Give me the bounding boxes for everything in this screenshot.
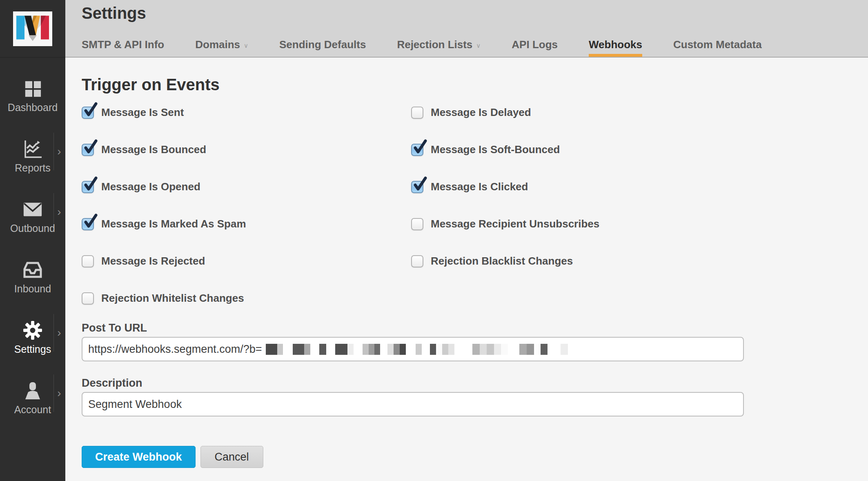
checkmark-icon [83,102,98,118]
dashboard-grid-icon [23,79,42,98]
redacted-url-blocks [263,344,568,355]
redacted-block [436,344,442,355]
redacted-block [430,344,436,355]
mandrill-logo[interactable] [13,11,52,46]
tab-api-logs[interactable]: API Logs [512,38,558,57]
description-input[interactable] [82,392,744,416]
tab-smtp-api-info[interactable]: SMTP & API Info [82,38,164,57]
event-checkbox-row[interactable]: Message Is Delayed [411,94,599,131]
checkbox[interactable] [411,144,423,156]
event-label: Rejection Whitelist Changes [101,292,244,305]
redacted-block [541,344,548,355]
event-checkbox-row[interactable]: Message Is Rejected [82,243,411,280]
event-checkbox-row[interactable]: Message Is Sent [82,94,411,131]
sidebar-item-label: Inbound [14,283,51,295]
checkbox[interactable] [82,255,94,267]
chevron-right-icon[interactable]: › [57,206,61,218]
redacted-block [374,344,380,355]
sidebar-item-label: Outbound [10,223,55,234]
checkbox[interactable] [82,218,94,230]
checkmark-icon [83,176,98,193]
cancel-button[interactable]: Cancel [200,446,263,468]
redacted-block [487,344,494,355]
chevron-right-icon[interactable]: › [57,146,61,157]
page-title: Settings [82,4,146,22]
sidebar-item-account[interactable]: Account › [0,368,65,428]
checkbox[interactable] [82,181,94,193]
event-checkbox-row[interactable]: Message Is Clicked [411,168,599,205]
sidebar-item-outbound[interactable]: Outbound › [0,187,65,247]
redacted-block [519,344,527,355]
event-label: Message Is Delayed [431,106,531,119]
redacted-block [400,344,406,355]
form-actions: Create Webhook Cancel [82,446,868,468]
redacted-block [293,344,304,355]
event-checkbox-grid: Message Is Sent Message Is Bounced Messa… [82,94,868,317]
tab-rejection-lists[interactable]: Rejection Lists∨ [397,38,481,57]
checkbox[interactable] [411,181,423,193]
create-webhook-button[interactable]: Create Webhook [82,446,196,468]
main-content: Trigger on Events Message Is Sent Messag… [65,58,868,481]
event-checkbox-row[interactable]: Rejection Blacklist Changes [411,243,599,280]
chevron-right-icon[interactable]: › [57,387,61,399]
sidebar-item-dashboard[interactable]: Dashboard [0,66,65,126]
page-header: Settings SMTP & API Info Domains∨ Sendin… [65,0,868,58]
mandrill-m-icon [13,11,52,46]
sidebar-item-settings[interactable]: Settings › [0,307,65,368]
redacted-block [501,344,508,355]
event-label: Message Is Marked As Spam [101,218,246,230]
sidebar: Dashboard Reports › [0,0,65,481]
sidebar-rail: › [53,314,65,352]
redacted-block [494,344,501,355]
event-checkbox-row[interactable]: Message Is Soft-Bounced [411,131,599,168]
event-checkbox-row[interactable]: Message Is Marked As Spam [82,205,411,243]
checkmark-icon [83,214,98,230]
section-heading: Trigger on Events [82,76,868,94]
event-checkbox-row[interactable]: Message Recipient Unsubscribes [411,205,599,243]
tab-webhooks[interactable]: Webhooks [589,38,642,57]
tab-custom-metadata[interactable]: Custom Metadata [673,38,762,57]
checkbox[interactable] [411,218,423,230]
sidebar-item-inbound[interactable]: Inbound [0,247,65,307]
event-checkbox-row[interactable]: Message Is Opened [82,168,411,205]
checkmark-icon [412,139,427,156]
redacted-block [347,344,354,355]
checkbox[interactable] [411,107,423,119]
checkmark-icon [412,176,427,193]
post-to-url-label: Post To URL [82,322,868,334]
redacted-block [387,344,394,355]
chevron-right-icon[interactable]: › [57,327,61,338]
gear-icon [23,321,42,340]
sidebar-item-label: Dashboard [8,102,58,114]
checkbox[interactable] [411,255,423,267]
inbox-tray-icon [23,260,42,280]
post-to-url-input[interactable]: https://webhooks.segment.com/?b= [82,337,744,361]
event-label: Rejection Blacklist Changes [431,255,573,267]
event-label: Message Is Opened [101,180,200,193]
redacted-block [394,344,400,355]
tab-domains[interactable]: Domains∨ [195,38,248,57]
redacted-block [369,344,374,355]
checkbox[interactable] [82,107,94,119]
checkmark-icon [83,139,98,156]
logo-area [0,0,65,58]
sidebar-item-reports[interactable]: Reports › [0,126,65,187]
redacted-block [480,344,487,355]
sidebar-rail: › [53,133,65,170]
chart-lines-icon [23,139,42,159]
tab-sending-defaults[interactable]: Sending Defaults [279,38,366,57]
event-checkbox-row[interactable]: Message Is Bounced [82,131,411,168]
redacted-block [448,344,454,355]
redacted-block [304,344,310,355]
checkbox[interactable] [82,144,94,156]
redacted-block [266,344,277,355]
settings-tab-bar: SMTP & API Info Domains∨ Sending Default… [82,38,762,57]
event-column-left: Message Is Sent Message Is Bounced Messa… [82,94,411,317]
event-label: Message Is Clicked [431,180,528,193]
sidebar-item-label: Reports [15,162,51,174]
checkbox[interactable] [82,292,94,305]
event-checkbox-row[interactable]: Rejection Whitelist Changes [82,280,411,317]
redacted-block [335,344,347,355]
redacted-block [416,344,422,355]
chevron-down-icon: ∨ [244,42,248,49]
